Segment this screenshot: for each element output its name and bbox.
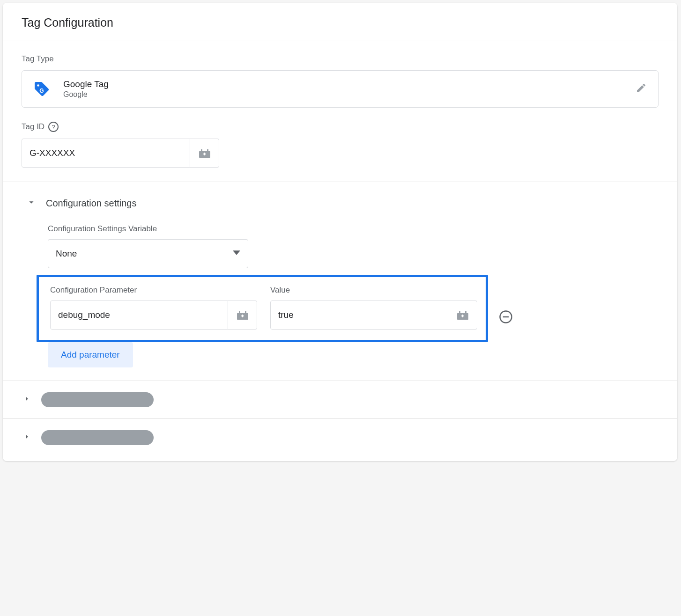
config-variable-label: Configuration Settings Variable xyxy=(48,224,659,234)
config-settings-toggle[interactable]: Configuration settings xyxy=(22,195,659,211)
collapsed-section-1[interactable] xyxy=(3,381,677,418)
tag-type-card[interactable]: G Google Tag Google xyxy=(22,70,659,108)
pencil-icon[interactable] xyxy=(636,82,647,95)
google-tag-icon: G xyxy=(33,81,50,97)
config-variable-value: None xyxy=(56,249,77,259)
svg-point-0 xyxy=(37,84,39,87)
panel-header: Tag Configuration xyxy=(3,3,677,41)
config-settings-title: Configuration settings xyxy=(46,198,136,209)
config-param-name-input[interactable] xyxy=(50,301,228,330)
placeholder-bar xyxy=(41,430,154,445)
tag-configuration-panel: Tag Configuration Tag Type G Google Tag … xyxy=(3,3,677,461)
svg-rect-3 xyxy=(201,149,202,152)
svg-rect-16 xyxy=(462,315,463,317)
config-param-label: Configuration Parameter xyxy=(50,286,257,295)
svg-rect-6 xyxy=(204,153,205,155)
panel-title: Tag Configuration xyxy=(22,16,659,29)
collapsed-section-2[interactable] xyxy=(3,418,677,456)
tag-type-label: Tag Type xyxy=(22,54,659,64)
chevron-right-icon xyxy=(22,394,32,406)
svg-rect-9 xyxy=(245,311,246,314)
svg-rect-13 xyxy=(459,311,460,314)
tag-id-input[interactable] xyxy=(22,139,190,168)
help-icon[interactable]: ? xyxy=(48,122,59,132)
placeholder-bar xyxy=(41,392,154,407)
chevron-down-icon xyxy=(26,197,37,209)
variable-picker-button[interactable] xyxy=(448,301,477,330)
config-value-label: Value xyxy=(270,286,477,295)
tag-type-text: Google Tag Google xyxy=(63,79,622,99)
tag-id-label: Tag ID ? xyxy=(22,122,659,132)
variable-picker-button[interactable] xyxy=(228,301,257,330)
tag-type-name: Google Tag xyxy=(63,79,622,89)
svg-rect-11 xyxy=(242,315,243,317)
variable-picker-button[interactable] xyxy=(190,139,219,168)
config-variable-select[interactable]: None xyxy=(48,239,248,268)
tag-type-vendor: Google xyxy=(63,90,622,99)
add-parameter-button[interactable]: Add parameter xyxy=(48,342,133,367)
svg-rect-4 xyxy=(207,149,208,152)
tag-id-label-text: Tag ID xyxy=(22,122,44,132)
svg-rect-8 xyxy=(239,311,240,314)
svg-rect-14 xyxy=(465,311,466,314)
parameter-highlight-box: Configuration Parameter Value xyxy=(37,275,488,342)
remove-parameter-button[interactable] xyxy=(497,308,514,325)
svg-text:G: G xyxy=(39,88,44,94)
caret-down-icon xyxy=(233,249,240,259)
config-param-value-input[interactable] xyxy=(270,301,448,330)
chevron-right-icon xyxy=(22,432,32,444)
